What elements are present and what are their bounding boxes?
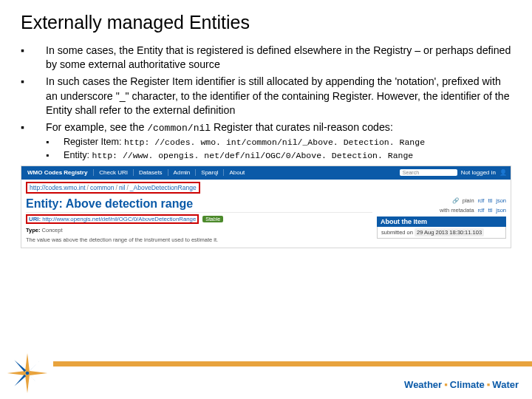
fmt-ttl-2[interactable]: ttl <box>488 207 492 214</box>
about-item-header: About the Item <box>377 216 506 227</box>
search-input[interactable]: Search <box>400 169 457 176</box>
nav-checkuri[interactable]: Check URI <box>93 169 133 176</box>
entity-title: Entity: Above detection range <box>26 197 372 213</box>
fmt-rdf[interactable]: rdf <box>478 197 485 204</box>
fmt-rdf-2[interactable]: rdf <box>478 207 485 214</box>
crumb-root[interactable]: http://codes.wmo.int <box>30 184 86 191</box>
nav-datasets[interactable]: Datasets <box>133 169 168 176</box>
bullet-3-code: /common/nil <box>147 123 211 134</box>
breadcrumb: http://codes.wmo.int/common/nil/_AboveDe… <box>21 180 511 196</box>
fmt-plain-label: plain <box>463 197 474 204</box>
gold-divider <box>53 361 532 366</box>
slide-footer: Weather▪Climate▪Water <box>0 356 532 399</box>
svg-marker-4 <box>15 361 27 372</box>
crumb-3[interactable]: _AboveDetectionRange <box>130 184 197 191</box>
format-row-2: with metadata rdf ttl json <box>377 207 506 214</box>
bullet-3: For example, see the /common/nil Registe… <box>21 120 511 163</box>
footer-water: Water <box>492 379 519 390</box>
bullet-1: In some cases, the Entity that is regist… <box>21 44 511 72</box>
share-icon[interactable]: 🔗 <box>452 197 459 204</box>
sub-1-label: Register Item: <box>64 137 124 147</box>
registry-screenshot: WMO Codes Registry Check URI Datasets Ad… <box>21 166 511 248</box>
navbar-brand: WMO Codes Registry <box>21 169 93 176</box>
nav-admin[interactable]: Admin <box>168 169 196 176</box>
svg-marker-6 <box>15 375 27 386</box>
svg-marker-3 <box>27 371 47 375</box>
fmt-ttl[interactable]: ttl <box>488 197 492 204</box>
nav-sparql[interactable]: Sparql <box>195 169 223 176</box>
submitted-value: 29 Aug 2013 18:30:11.103 <box>415 228 484 236</box>
login-status[interactable]: Not logged in <box>461 169 496 176</box>
sub-2-label: Entity: <box>64 150 92 160</box>
about-item-body: submitted on 29 Aug 2013 18:30:11.103 <box>377 227 506 239</box>
user-icon: 👤 <box>499 169 507 176</box>
fmt-json[interactable]: json <box>496 197 506 204</box>
bullet-3-text-a: For example, see the <box>46 121 147 133</box>
entity-uri-highlight: URI: http://www.opengis.net/def/nil/OGC/… <box>26 214 199 224</box>
svg-marker-5 <box>29 361 41 372</box>
entity-type: Type: Concept <box>26 227 372 233</box>
navbar-links: Check URI Datasets Admin Sparql About <box>93 169 250 176</box>
bullet-list: In some cases, the Entity that is regist… <box>21 44 511 163</box>
bullet-3-text-b: Register that curates nil-reason codes: <box>211 121 393 133</box>
fmt-json-2[interactable]: json <box>496 207 506 214</box>
footer-climate: Climate <box>450 379 485 390</box>
footer-weather: Weather <box>404 379 442 390</box>
page-title: Externally managed Entities <box>21 12 511 33</box>
svg-marker-7 <box>29 375 41 386</box>
crumb-1[interactable]: common <box>90 184 115 191</box>
svg-point-8 <box>26 372 30 375</box>
sub-1-code: http: //codes. wmo. int/common/nil/_Abov… <box>124 137 425 147</box>
format-row-1: 🔗 plain rdf ttl json <box>377 197 506 204</box>
sub-2-code: http: //www. opengis. net/def/nil/OGC/0/… <box>92 151 414 160</box>
bullet-2: In such cases the Register Item identifi… <box>21 75 511 117</box>
uri-label: URI: <box>29 216 41 222</box>
sub-2: Entity: http: //www. opengis. net/def/ni… <box>46 149 511 163</box>
navbar: WMO Codes Registry Check URI Datasets Ad… <box>21 166 511 180</box>
sub-1: Register Item: http: //codes. wmo. int/c… <box>46 136 511 149</box>
nav-about[interactable]: About <box>223 169 250 176</box>
fmt-with-label: with metadata <box>440 207 474 214</box>
entity-uri[interactable]: http://www.opengis.net/def/nil/OGC/0/Abo… <box>42 216 196 222</box>
status-badge: Stable <box>202 216 223 222</box>
crumb-2[interactable]: nil <box>119 184 126 191</box>
breadcrumb-highlight: http://codes.wmo.int/common/nil/_AboveDe… <box>26 182 200 194</box>
sub-bullets: Register Item: http: //codes. wmo. int/c… <box>46 136 511 162</box>
submitted-label: submitted on <box>381 229 413 236</box>
footer-tagline: Weather▪Climate▪Water <box>404 379 519 390</box>
entity-description: The value was above the detection range … <box>26 236 372 243</box>
compass-icon <box>6 352 49 395</box>
